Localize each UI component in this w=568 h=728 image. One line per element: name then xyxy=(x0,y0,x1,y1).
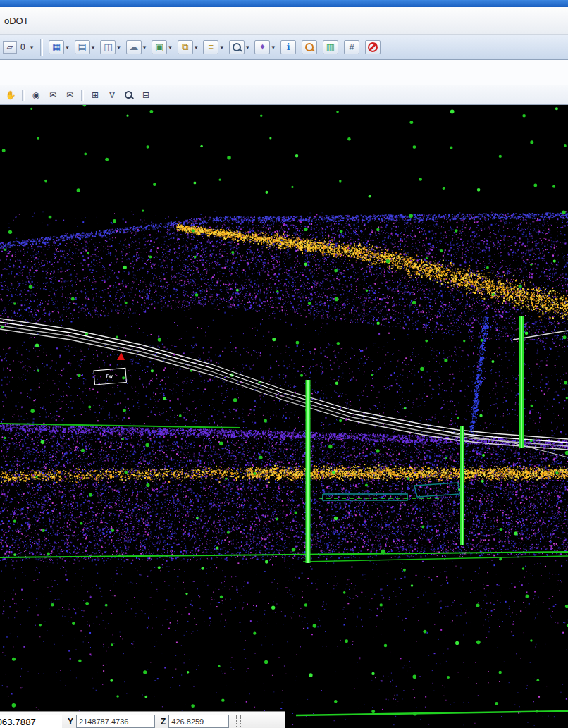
chevron-down-icon[interactable]: ▾ xyxy=(271,44,275,51)
popset-icon[interactable]: ▾ xyxy=(362,37,383,58)
chevron-down-icon[interactable]: ▾ xyxy=(30,44,34,51)
toolbar-separator xyxy=(22,90,25,101)
coordinate-y-input[interactable] xyxy=(76,715,155,728)
fit-view-icon[interactable]: ⊟ xyxy=(137,87,154,103)
active-design-value: 0 xyxy=(19,42,27,52)
coordinate-readout-toolbar: Y Z xyxy=(0,711,285,728)
primary-toolbar-buttons: ▦ ▾ ▤ ▾ ◫ ▾ ☁ ▾ ▣ ▾ ⧉ ▾ ≡ ▾ ▾ ✦ ▾ ℹ ▾ ▾ … xyxy=(46,37,383,58)
filter-icon[interactable]: ∇ xyxy=(104,87,121,103)
search-icon[interactable]: ▾ xyxy=(299,37,320,58)
design-history-icon[interactable]: ▥ ▾ xyxy=(320,37,341,58)
window-titlebar[interactable] xyxy=(0,0,568,7)
view-toolbar: ✋ ◉ ✉ ✉ ⊞ ∇ ⊟ xyxy=(0,85,568,105)
pan-hand-icon[interactable]: ✋ xyxy=(2,87,19,103)
models-icon[interactable]: ▦ ▾ xyxy=(46,37,72,58)
coordinate-z-label: Z xyxy=(161,717,166,727)
chevron-down-icon[interactable]: ▾ xyxy=(220,44,223,51)
coordinate-z-input[interactable] xyxy=(168,715,229,728)
docking-area xyxy=(0,60,568,85)
level-manager-icon[interactable]: ◫ ▾ xyxy=(97,37,123,58)
saved-views-icon[interactable]: ≡ ▾ xyxy=(200,37,226,58)
level-display-icon[interactable]: ▤ ▾ xyxy=(72,37,98,58)
zoom-tool-icon[interactable] xyxy=(121,87,137,103)
active-design-cluster[interactable]: ▱ 0 ▾ xyxy=(3,41,33,54)
references-icon[interactable]: ⧉ ▾ xyxy=(175,37,201,58)
toolbar-separator xyxy=(40,39,43,56)
element-info-icon[interactable]: ℹ ▾ xyxy=(278,37,299,58)
viewport-canvas[interactable] xyxy=(0,105,568,728)
chevron-down-icon[interactable]: ▾ xyxy=(117,44,121,51)
chevron-down-icon[interactable]: ▾ xyxy=(195,44,198,51)
markup-icon[interactable]: ✦ ▾ xyxy=(252,37,278,58)
coordinate-x-input[interactable] xyxy=(0,715,62,728)
primary-toolbar: ▱ 0 ▾ ▦ ▾ ▤ ▾ ◫ ▾ ☁ ▾ ▣ ▾ ⧉ ▾ ≡ ▾ ▾ ✦ ▾ … xyxy=(0,35,568,60)
zoom-select-icon[interactable]: ▾ xyxy=(226,37,252,58)
coordinate-y-label: Y xyxy=(68,717,73,727)
chevron-down-icon[interactable]: ▾ xyxy=(143,44,147,51)
view-mail2-icon[interactable]: ✉ xyxy=(61,87,78,103)
window-caption-area: oDOT xyxy=(0,7,568,35)
window-title: oDOT xyxy=(4,16,29,26)
window-area-icon[interactable]: ⊞ xyxy=(87,87,104,103)
toolbar-separator xyxy=(81,90,84,101)
coordinate-z-field: Z xyxy=(161,715,229,728)
chevron-down-icon[interactable]: ▾ xyxy=(66,44,69,51)
chevron-down-icon[interactable]: ▾ xyxy=(92,44,95,51)
grid-icon[interactable]: # ▾ xyxy=(341,37,362,58)
point-clouds-icon[interactable]: ☁ ▾ xyxy=(123,37,149,58)
stereo-pair-icon[interactable]: ◉ xyxy=(27,87,44,103)
active-design-icon: ▱ xyxy=(3,41,17,54)
coordinate-x-field xyxy=(0,714,62,728)
view-window: Y Z xyxy=(0,105,568,728)
chevron-down-icon[interactable]: ▾ xyxy=(246,44,249,51)
raster-manager-icon[interactable]: ▣ ▾ xyxy=(149,37,175,58)
toolbar-grip-handle[interactable] xyxy=(236,715,241,727)
view-toolbar-buttons: ✋ ◉ ✉ ✉ ⊞ ∇ ⊟ xyxy=(2,87,154,103)
view-mail1-icon[interactable]: ✉ xyxy=(44,87,61,103)
chevron-down-icon[interactable]: ▾ xyxy=(168,44,172,51)
coordinate-y-field: Y xyxy=(68,715,155,728)
